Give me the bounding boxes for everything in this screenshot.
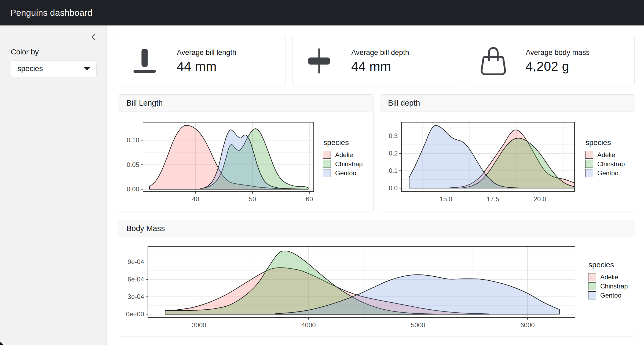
legend-label: Gentoo [600, 292, 621, 299]
legend-title: species [323, 138, 363, 147]
svg-text:50: 50 [249, 195, 256, 203]
legend-item: Gentoo [588, 291, 628, 299]
card-title: Bill depth [380, 95, 635, 112]
handbag-icon [479, 47, 507, 76]
legend-label: Adelie [335, 151, 353, 159]
svg-text:0.0: 0.0 [389, 184, 398, 192]
legend-item: Adelie [588, 273, 628, 281]
adelie-swatch [323, 151, 331, 159]
sidebar-collapse-button[interactable] [89, 32, 98, 42]
chinstrap-swatch [323, 160, 331, 168]
svg-text:3000: 3000 [192, 321, 206, 329]
value-box-title: Average body mass [526, 49, 590, 57]
legend: species Adelie Chinstrap Gentoo [585, 138, 625, 178]
svg-text:15.0: 15.0 [440, 195, 452, 203]
legend-item: Adelie [323, 151, 363, 159]
svg-text:5000: 5000 [411, 321, 425, 329]
legend-item: Chinstrap [588, 282, 628, 290]
value-box-title: Average bill depth [351, 49, 409, 57]
chinstrap-swatch [588, 282, 596, 290]
svg-text:4000: 4000 [301, 321, 316, 329]
svg-text:6000: 6000 [520, 321, 535, 329]
svg-text:0.2: 0.2 [389, 150, 398, 157]
legend-label: Adelie [600, 273, 618, 281]
svg-text:17.5: 17.5 [487, 195, 499, 203]
adelie-swatch [585, 151, 593, 159]
value-box-value: 44 mm [177, 59, 236, 74]
gentoo-swatch [323, 169, 331, 177]
app-title: Penguins dashboard [0, 8, 92, 18]
legend: species Adelie Chinstrap Gentoo [323, 138, 363, 178]
color-by-label: Color by [11, 48, 39, 56]
card-body-mass: Body Mass 30004000500060000e+003e-046e-0… [118, 220, 635, 336]
legend-title: species [586, 138, 625, 147]
svg-text:0e+00: 0e+00 [126, 310, 144, 318]
svg-text:6e-04: 6e-04 [128, 276, 144, 283]
card-bill-length: Bill Length 4050600.000.050.10 species A… [118, 94, 374, 212]
legend-label: Gentoo [597, 169, 619, 177]
legend-item: Chinstrap [585, 160, 625, 168]
value-box-bill-depth: Average bill depth 44 mm [292, 36, 460, 86]
legend-item: Gentoo [585, 169, 625, 177]
svg-text:0.05: 0.05 [127, 161, 139, 168]
svg-text:0.10: 0.10 [127, 136, 139, 144]
legend-label: Adelie [597, 151, 615, 159]
value-box-bill-length: Average bill length 44 mm [118, 36, 286, 86]
value-box-value: 44 mm [351, 59, 409, 74]
legend-item: Chinstrap [323, 160, 363, 168]
mouse-cursor [0, 342, 8, 345]
body-mass-density-plot: 30004000500060000e+003e-046e-049e-04 [118, 237, 634, 336]
align-center-icon [305, 47, 333, 75]
chinstrap-swatch [585, 160, 593, 168]
card-title: Body Mass [118, 220, 635, 237]
svg-text:60: 60 [306, 195, 313, 203]
card-bill-depth: Bill depth 15.017.520.00.00.10.20.3 spec… [380, 94, 635, 212]
legend-label: Chinstrap [335, 160, 363, 168]
legend: species Adelie Chinstrap Gentoo [588, 261, 628, 300]
legend-title: species [588, 261, 628, 269]
svg-text:0.1: 0.1 [389, 167, 398, 174]
svg-text:3e-04: 3e-04 [128, 293, 144, 300]
value-box-value: 4,202 g [526, 59, 590, 74]
sidebar: Color by species [0, 25, 107, 345]
chevron-left-icon [89, 38, 98, 42]
gentoo-swatch [585, 169, 593, 177]
svg-text:40: 40 [192, 195, 199, 203]
value-box-body-mass: Average body mass 4,202 g [467, 36, 635, 86]
svg-text:20.0: 20.0 [534, 195, 546, 203]
legend-item: Adelie [585, 151, 625, 159]
legend-label: Chinstrap [600, 283, 628, 290]
legend-item: Gentoo [323, 169, 363, 177]
legend-label: Chinstrap [597, 160, 625, 168]
navbar: Penguins dashboard [0, 0, 644, 25]
caret-down-icon [84, 67, 90, 71]
svg-text:9e-04: 9e-04 [128, 258, 144, 265]
legend-label: Gentoo [335, 169, 356, 177]
adelie-swatch [588, 273, 596, 281]
svg-text:0.3: 0.3 [389, 132, 398, 139]
value-box-title: Average bill length [177, 49, 236, 57]
card-title: Bill Length [118, 95, 373, 112]
svg-text:0.00: 0.00 [127, 186, 139, 193]
select-value: species [17, 61, 43, 77]
align-bottom-icon [130, 47, 159, 75]
color-by-select[interactable]: species [10, 60, 97, 77]
gentoo-swatch [588, 291, 596, 299]
